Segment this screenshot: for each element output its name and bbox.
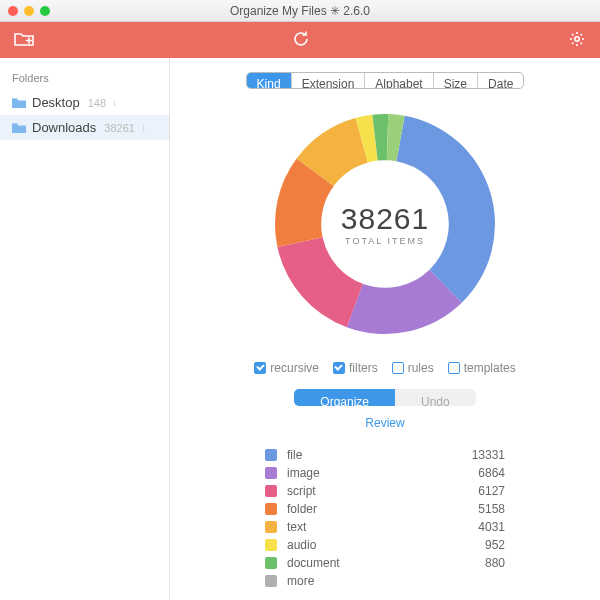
action-buttons: Organize Undo xyxy=(294,389,475,406)
gear-icon xyxy=(568,30,586,48)
legend-label: text xyxy=(287,520,445,534)
legend-swatch xyxy=(265,467,277,479)
add-folder-button[interactable] xyxy=(14,31,34,50)
main-panel: KindExtensionAlphabetSizeDate 38261 TOTA… xyxy=(170,58,600,600)
tab-alphabet[interactable]: Alphabet xyxy=(365,73,433,88)
tab-extension[interactable]: Extension xyxy=(292,73,366,88)
tab-kind[interactable]: Kind xyxy=(247,73,292,88)
checkbox-icon xyxy=(392,362,404,374)
legend-label: image xyxy=(287,466,445,480)
legend-value: 6127 xyxy=(445,484,505,498)
option-label: filters xyxy=(349,361,378,375)
legend-label: script xyxy=(287,484,445,498)
option-filters[interactable]: filters xyxy=(333,361,378,375)
legend-row-file: file 13331 xyxy=(265,446,505,464)
option-templates[interactable]: templates xyxy=(448,361,516,375)
sidebar-item-label: Desktop xyxy=(32,95,80,110)
sidebar-header: Folders xyxy=(0,68,169,90)
legend-row-audio: audio 952 xyxy=(265,536,505,554)
toolbar xyxy=(0,22,600,58)
arrow-down-icon: ↓ xyxy=(141,122,146,133)
legend-value: 5158 xyxy=(445,502,505,516)
sidebar-item-label: Downloads xyxy=(32,120,96,135)
legend-swatch xyxy=(265,449,277,461)
refresh-icon xyxy=(292,30,310,48)
filter-tabs: KindExtensionAlphabetSizeDate xyxy=(246,72,525,89)
checkbox-icon xyxy=(333,362,345,374)
refresh-button[interactable] xyxy=(292,30,310,51)
settings-button[interactable] xyxy=(568,30,586,51)
option-rules[interactable]: rules xyxy=(392,361,434,375)
total-label: TOTAL ITEMS xyxy=(345,236,425,246)
options-row: recursivefiltersrulestemplates xyxy=(254,361,515,375)
donut-center: 38261 TOTAL ITEMS xyxy=(260,99,510,349)
donut-chart: 38261 TOTAL ITEMS xyxy=(260,99,510,349)
legend-label: file xyxy=(287,448,445,462)
organize-button[interactable]: Organize xyxy=(294,389,395,406)
legend-swatch xyxy=(265,503,277,515)
tab-date[interactable]: Date xyxy=(478,73,523,88)
titlebar: Organize My Files ✳ 2.6.0 xyxy=(0,0,600,22)
legend-value: 13331 xyxy=(445,448,505,462)
option-label: recursive xyxy=(270,361,319,375)
legend-swatch xyxy=(265,485,277,497)
undo-button[interactable]: Undo xyxy=(395,389,476,406)
option-recursive[interactable]: recursive xyxy=(254,361,319,375)
sidebar-item-count: 148 xyxy=(88,97,106,109)
legend-value: 952 xyxy=(445,538,505,552)
checkbox-icon xyxy=(448,362,460,374)
legend-row-text: text 4031 xyxy=(265,518,505,536)
legend-label: more xyxy=(287,574,445,588)
arrow-down-icon: ↓ xyxy=(112,97,117,108)
review-link[interactable]: Review xyxy=(365,416,404,430)
legend-value: 880 xyxy=(445,556,505,570)
legend-row-script: script 6127 xyxy=(265,482,505,500)
folder-plus-icon xyxy=(14,31,34,47)
checkbox-icon xyxy=(254,362,266,374)
legend-label: document xyxy=(287,556,445,570)
content: Folders Desktop 148 ↓ Downloads 38261 ↓ … xyxy=(0,58,600,600)
legend-swatch xyxy=(265,539,277,551)
sidebar-item-downloads[interactable]: Downloads 38261 ↓ xyxy=(0,115,169,140)
option-label: rules xyxy=(408,361,434,375)
legend: file 13331 image 6864 script 6127 folder… xyxy=(265,446,505,590)
legend-swatch xyxy=(265,557,277,569)
folder-icon xyxy=(12,97,26,108)
folder-icon xyxy=(12,122,26,133)
legend-label: folder xyxy=(287,502,445,516)
sidebar: Folders Desktop 148 ↓ Downloads 38261 ↓ xyxy=(0,58,170,600)
legend-row-document: document 880 xyxy=(265,554,505,572)
svg-point-0 xyxy=(575,36,579,40)
sidebar-item-count: 38261 xyxy=(104,122,135,134)
legend-swatch xyxy=(265,521,277,533)
total-count: 38261 xyxy=(341,202,429,236)
legend-row-image: image 6864 xyxy=(265,464,505,482)
option-label: templates xyxy=(464,361,516,375)
sidebar-item-desktop[interactable]: Desktop 148 ↓ xyxy=(0,90,169,115)
window-title: Organize My Files ✳ 2.6.0 xyxy=(0,4,600,18)
legend-value: 6864 xyxy=(445,466,505,480)
legend-label: audio xyxy=(287,538,445,552)
legend-value: 4031 xyxy=(445,520,505,534)
legend-row-folder: folder 5158 xyxy=(265,500,505,518)
legend-swatch xyxy=(265,575,277,587)
legend-row-more: more xyxy=(265,572,505,590)
tab-size[interactable]: Size xyxy=(434,73,478,88)
